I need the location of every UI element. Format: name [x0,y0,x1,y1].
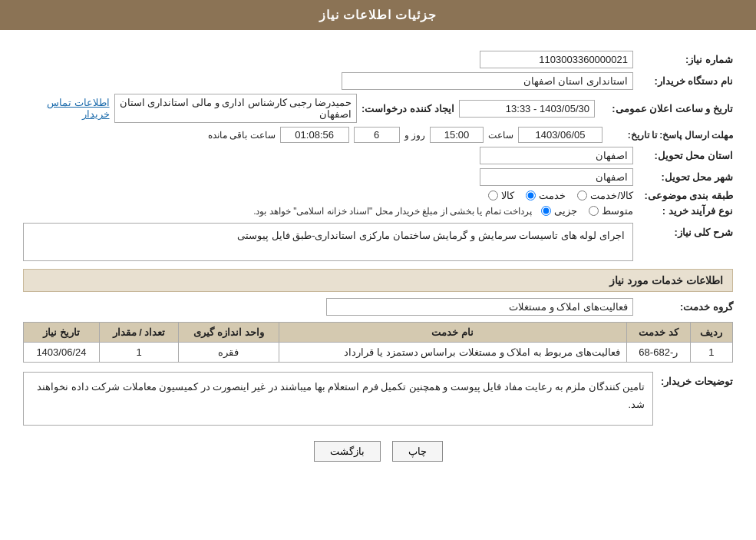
sharh-value: اجرای لوله های تاسیسات سرمایش و گرمایش س… [23,223,633,261]
col-kod: کد خدمت [626,323,690,343]
table-row: 1 ر-682-68 فعالیت‌های مربوط به املاک و م… [24,343,733,363]
mohlat-roz-value: 6 [354,127,400,143]
bazgasht-button[interactable]: بازگشت [314,441,381,462]
services-section-title: اطلاعات خدمات مورد نیاز [23,269,733,292]
col-vahed: واحد اندازه گیری [179,323,279,343]
mohlat-date: 1403/06/05 [518,127,602,143]
cell-tedad: 1 [99,343,178,363]
chap-button[interactable]: چاپ [392,441,443,462]
shahr-value: اصفهان [480,168,633,186]
shahr-label: شهر محل تحویل: [633,171,733,183]
nooe-option-jozi[interactable]: جزیی [541,205,577,217]
cell-radif: 1 [690,343,732,363]
col-radif: ردیف [690,323,732,343]
gorooh-label: گروه خدمت: [633,301,733,313]
mohlat-saat-value: 15:00 [430,127,484,143]
ijad-label: ایجاد کننده درخواست: [361,103,454,114]
nooe-option-motavaset[interactable]: متوسط [589,205,633,217]
shomare-niaz-value: 1103003360000021 [480,51,633,68]
ijad-value: حمیدرضا رجبی کارشناس اداری و مالی استاند… [114,94,358,123]
tarikh-label: تاریخ و ساعت اعلان عمومی: [602,103,733,114]
col-tedad: تعداد / مقدار [99,323,178,343]
mohlat-mande-value: 01:08:56 [280,127,349,143]
ostan-label: استان محل تحویل: [633,150,733,161]
nooe-description: پرداخت تمام یا بخشی از مبلغ خریدار محل "… [253,206,532,217]
mohlat-label: مهلت ارسال پاسخ: تا تاریخ: [602,130,733,141]
sharh-label: شرح کلی نیاز: [633,223,733,238]
nooe-label: نوع فرآیند خرید : [633,205,733,217]
tabaqe-option-khedmat[interactable]: خدمت [526,190,566,201]
gorooh-value: فعالیت‌های املاک و مستغلات [326,298,633,316]
page-title: جزئیات اطلاعات نیاز [319,8,437,22]
col-tarikh: تاریخ نیاز [24,323,100,343]
ijad-link[interactable]: اطلاعات تماس خریدار [23,97,110,120]
cell-vahed: فقره [179,343,279,363]
cell-kod: ر-682-68 [626,343,690,363]
mohlat-roz-label: روز و [404,130,425,141]
tabaqe-label: طبقه بندی موضوعی: [633,190,733,201]
tozihat-label: توضیحات خریدار: [661,372,733,387]
buttons-row: چاپ بازگشت [23,441,733,462]
shomare-niaz-label: شماره نیاز: [633,54,733,65]
tarikh-value: 1403/05/30 - 13:33 [459,100,595,118]
tozihat-value: تامین کنندگان ملزم به رعایت مفاد فایل پی… [23,372,653,426]
nam-dastgah-label: نام دستگاه خریدار: [633,75,733,87]
mohlat-saat-label: ساعت [488,130,513,141]
ostan-value: اصفهان [480,147,633,164]
nooe-radio-group: متوسط جزیی [541,205,633,217]
tabaqe-option-kala[interactable]: کالا [488,190,514,201]
cell-tarikh: 1403/06/24 [24,343,100,363]
cell-name: فعالیت‌های مربوط به املاک و مستغلات براس… [279,343,626,363]
page-header: جزئیات اطلاعات نیاز [0,0,756,30]
nam-dastgah-value: استانداری استان اصفهان [342,72,633,90]
mohlat-mande-label: ساعت باقی مانده [208,130,276,141]
services-table: ردیف کد خدمت نام خدمت واحد اندازه گیری ت… [23,322,733,363]
tabaqe-radio-group: کالا/خدمت خدمت کالا [488,190,633,201]
tabaqe-option-kala-khedmat[interactable]: کالا/خدمت [577,190,633,201]
col-name: نام خدمت [279,323,626,343]
